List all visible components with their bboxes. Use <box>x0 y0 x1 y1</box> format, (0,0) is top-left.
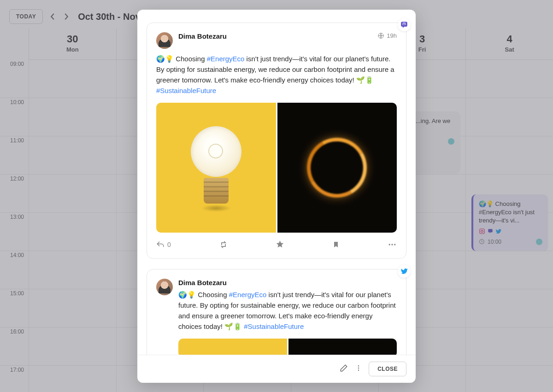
twitter-icon <box>400 267 408 275</box>
more-vertical-icon <box>355 363 362 373</box>
post-images[interactable] <box>156 103 397 233</box>
bookmark-icon <box>332 240 340 249</box>
svg-point-10 <box>358 369 359 370</box>
hashtag[interactable]: #EnergyEco <box>207 55 245 63</box>
reply-icon <box>156 240 165 249</box>
hashtag[interactable]: #SustainableFuture <box>244 322 304 330</box>
post-author: Dima Botezaru <box>178 279 397 287</box>
reply-button[interactable]: 0 <box>156 240 171 249</box>
post-image-ring <box>277 103 397 233</box>
edit-icon <box>339 363 348 373</box>
boost-button[interactable] <box>219 240 228 249</box>
mastodon-badge <box>398 18 411 31</box>
post-timestamp: 19h <box>387 32 397 39</box>
post-images[interactable] <box>178 339 397 355</box>
post-author: Dima Botezaru <box>178 32 227 40</box>
twitter-badge <box>398 265 411 278</box>
svg-point-5 <box>388 244 390 245</box>
post-detail-modal: Dima Botezaru 19h 🌍💡 Choosing #EnergyEco… <box>137 10 416 383</box>
reply-count: 0 <box>167 241 171 248</box>
post-image-bulb <box>178 339 287 355</box>
boost-icon <box>219 240 228 249</box>
more-options-button[interactable] <box>355 363 362 374</box>
bookmark-button[interactable] <box>332 240 340 249</box>
post-image-ring <box>288 339 397 355</box>
hashtag[interactable]: #EnergyEco <box>229 291 267 298</box>
avatar <box>156 279 173 295</box>
post-text: 🌍💡 Choosing #EnergyEco isn't just trendy… <box>156 53 397 96</box>
avatar <box>156 32 173 49</box>
favorite-button[interactable] <box>276 240 284 249</box>
mastodon-icon <box>400 21 408 29</box>
svg-point-9 <box>358 367 359 368</box>
post-card-mastodon: Dima Botezaru 19h 🌍💡 Choosing #EnergyEco… <box>147 23 406 259</box>
hashtag[interactable]: #SustainableFuture <box>156 87 216 94</box>
svg-point-7 <box>394 244 395 245</box>
modal-overlay[interactable]: Dima Botezaru 19h 🌍💡 Choosing #EnergyEco… <box>0 0 553 392</box>
post-image-bulb <box>156 103 276 233</box>
modal-footer: CLOSE <box>137 355 416 383</box>
star-icon <box>276 240 284 249</box>
edit-button[interactable] <box>339 363 348 374</box>
post-card-twitter: Dima Botezaru 🌍💡 Choosing #EnergyEco isn… <box>147 269 406 355</box>
more-icon <box>388 240 397 249</box>
more-button[interactable] <box>388 240 397 249</box>
globe-icon <box>377 32 384 39</box>
svg-point-8 <box>358 365 359 366</box>
post-text: 🌍💡 Choosing #EnergyEco isn't just trendy… <box>178 289 397 332</box>
svg-point-6 <box>391 244 393 245</box>
close-button[interactable]: CLOSE <box>369 362 406 376</box>
